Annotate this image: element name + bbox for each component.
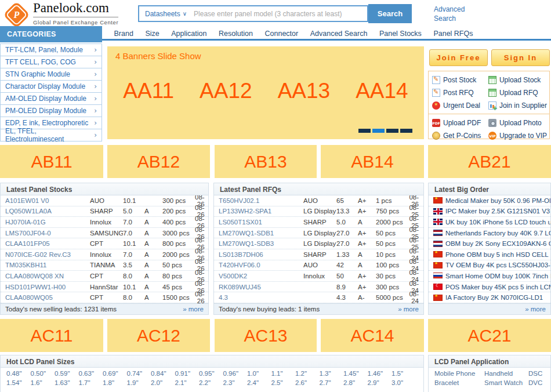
panel-model-link[interactable]: V500DK2 [219, 273, 303, 280]
nav-item-panel-rfqs[interactable]: Panel RFQs [433, 30, 473, 38]
big-order-item[interactable]: TV OEM Buy 4K pcs LSC550HJ03-W [429, 260, 550, 271]
ad-banner-ab12[interactable]: AB12 [107, 145, 210, 178]
size-link-0-91[interactable]: 0.91" [175, 370, 200, 377]
size-link-1-9[interactable]: 1.9" [127, 379, 151, 386]
nav-item-brand[interactable]: Brand [114, 30, 133, 38]
size-link-1-2[interactable]: 1.2" [295, 370, 320, 377]
size-link-1-6[interactable]: 1.6" [31, 379, 55, 386]
app-link-dsc[interactable]: DSC [528, 370, 545, 377]
panel-model-link[interactable]: HSD101PWW1-H00 [5, 284, 90, 291]
logo[interactable]: P Panelook.com Global Panel Exchange Cen… [3, 1, 118, 26]
size-link-0-63[interactable]: 0.63" [79, 370, 103, 377]
size-link-1-54[interactable]: 1.54" [6, 379, 31, 386]
size-link-1-8[interactable]: 1.8" [103, 379, 127, 386]
slide-indicator-3[interactable] [386, 129, 398, 133]
chevron-down-icon[interactable]: ∨ [183, 10, 190, 17]
sidebar-item-am-oled-display-module[interactable]: AM-OLED Display Module› [0, 92, 102, 105]
advanced-search-link[interactable]: Advanced Search [434, 5, 469, 23]
panel-model-link[interactable]: TM035KBH11 [5, 262, 90, 268]
size-link-1-1[interactable]: 1.1" [271, 370, 296, 377]
slide-indicator-2[interactable] [372, 129, 385, 133]
nav-item-panel-stocks[interactable]: Panel Stocks [379, 30, 422, 38]
join-in-supplier-link[interactable]: Join in Supplier [488, 99, 547, 112]
panel-model-link[interactable]: LQ050W1LA0A [5, 208, 90, 215]
size-link-1-45[interactable]: 1.45" [343, 370, 368, 377]
app-link-mobile-phone[interactable]: Mobile Phone [434, 370, 484, 377]
banner-slide-aa12[interactable]: AA12 [200, 79, 252, 103]
nav-item-size[interactable]: Size [145, 30, 159, 38]
big-order-item[interactable]: Netherlands Factory buy 40K 9.7 LCM [429, 228, 550, 239]
nav-item-advanced-search[interactable]: Advanced Search [310, 30, 368, 38]
panel-model-link[interactable]: HJ070IA-01G [5, 219, 90, 226]
size-link-2-4[interactable]: 2.4" [247, 379, 271, 386]
size-link-2-0[interactable]: 2.0" [151, 379, 175, 386]
upgrade-to-vip-link[interactable]: Upgrade to VIP [488, 129, 547, 142]
post-stock-link[interactable]: Post Stock [432, 74, 488, 86]
size-link-2-8[interactable]: 2.8" [343, 379, 368, 386]
panel-model-link[interactable]: T650HVJ02.1 [219, 197, 303, 204]
size-link-0-50[interactable]: 0.50" [31, 370, 55, 377]
size-link-2-7[interactable]: 2.7" [320, 379, 344, 386]
big-order-more-link[interactable]: » more [525, 306, 546, 313]
slide-indicator-1[interactable] [358, 129, 371, 133]
size-link-1-46[interactable]: 1.46" [368, 370, 392, 377]
categories-header[interactable]: CATEGORIES [0, 26, 102, 42]
ad-banner-ac11[interactable]: AC11 [0, 319, 103, 352]
panel-model-link[interactable]: LS050T1SX01 [219, 219, 303, 226]
upload-pdf-link[interactable]: Upload PDF [432, 117, 488, 129]
size-link-0-74[interactable]: 0.74" [127, 370, 151, 377]
nav-item-resolution[interactable]: Resolution [219, 30, 253, 38]
nav-item-connector[interactable]: Connector [265, 30, 299, 38]
big-order-item[interactable]: OBM buy 2K Sony ECX109AKN-6 OLED [429, 238, 550, 249]
size-link-2-3[interactable]: 2.3" [223, 379, 248, 386]
sidebar-item-tft-cell-fog-cog[interactable]: TFT CELL, FOG, COG› [0, 56, 102, 68]
size-link-2-2[interactable]: 2.2" [199, 379, 223, 386]
size-link-2-5[interactable]: 2.5" [271, 379, 296, 386]
sidebar-item-charactor-display-module[interactable]: Charactor Display Module› [0, 80, 102, 93]
search-input[interactable] [190, 6, 367, 21]
panel-model-link[interactable]: CLAA080WQ08 XN [5, 273, 90, 280]
size-link-3-0[interactable]: 3.0" [392, 379, 416, 386]
ad-banner-ac12[interactable]: AC12 [107, 319, 210, 352]
rfqs-more-link[interactable]: » more [398, 306, 419, 313]
sidebar-item-stn-graphic-module[interactable]: STN Graphic Module› [0, 68, 102, 81]
app-link-bracelet[interactable]: Bracelet [434, 379, 484, 386]
size-link-0-48[interactable]: 0.48" [6, 370, 31, 377]
panel-model-link[interactable]: LM270WQ1-SDB3 [219, 240, 303, 247]
sign-in-button[interactable]: Sign In [491, 49, 550, 66]
ad-banner-ab14[interactable]: AB14 [321, 145, 424, 178]
stocks-more-link[interactable]: » more [183, 306, 204, 313]
sidebar-item-tft-lcm-panel-module[interactable]: TFT-LCM, Panel, Module› [0, 43, 102, 56]
app-link-handheld[interactable]: Handheld [484, 370, 528, 377]
big-order-item[interactable]: UK buy 10K iPhone 5s LCD touch unit [429, 217, 550, 228]
size-link-0-96[interactable]: 0.96" [223, 370, 248, 377]
panel-model-link[interactable]: CLAA080WQ05 [5, 294, 90, 301]
big-order-item[interactable]: Medical Maker buy 50K 0.96 PM-OLED [429, 195, 550, 206]
nav-item-application[interactable]: Application [171, 30, 206, 38]
size-link-1-7[interactable]: 1.7" [79, 379, 103, 386]
banner-slide-aa11[interactable]: AA11 [123, 79, 174, 103]
ad-banner-ac14[interactable]: AC14 [321, 319, 424, 352]
urgent-deal-link[interactable]: Urgent Deal [432, 99, 488, 112]
slideshow-banner[interactable]: 4 Banners Slide Show AA11AA12AA13AA14 [107, 46, 424, 139]
panel-model-link[interactable]: A101EW01 V0 [5, 197, 90, 204]
search-button[interactable]: Search [368, 4, 412, 23]
panel-model-link[interactable]: N070ICE-G02 Rev.C3 [5, 251, 90, 258]
panel-model-link[interactable]: T420HVF06.0 [219, 262, 303, 268]
sidebar-item-el-tfel-electroluminescent[interactable]: EL, TFEL, Electroluminescent› [0, 129, 102, 141]
panel-model-link[interactable]: LM270WQ1-SDB1 [219, 230, 303, 237]
panel-model-link[interactable]: RK089WUJ45 [219, 284, 303, 291]
app-link-smart-watch[interactable]: Smart Watch [484, 379, 528, 386]
size-link-1-3[interactable]: 1.3" [320, 370, 344, 377]
get-p-coins-link[interactable]: Get P-Coins [432, 129, 488, 142]
size-link-2-9[interactable]: 2.9" [368, 379, 392, 386]
size-link-2-1[interactable]: 2.1" [175, 379, 200, 386]
ad-banner-ab11[interactable]: AB11 [0, 145, 103, 178]
big-order-item[interactable]: IPC Maker buy 2.5K G121SN01 V3 [429, 206, 550, 217]
size-link-0-84[interactable]: 0.84" [151, 370, 175, 377]
ad-banner-ac21[interactable]: AC21 [428, 319, 551, 352]
upload-stock-link[interactable]: Upload Stock [488, 74, 547, 86]
big-order-item[interactable]: POS Maker buy 45K pcs 5 inch LCM [429, 282, 550, 293]
panel-model-link[interactable]: CLAA101FP05 [5, 240, 90, 247]
post-rfq-link[interactable]: Post RFQ [432, 86, 488, 99]
